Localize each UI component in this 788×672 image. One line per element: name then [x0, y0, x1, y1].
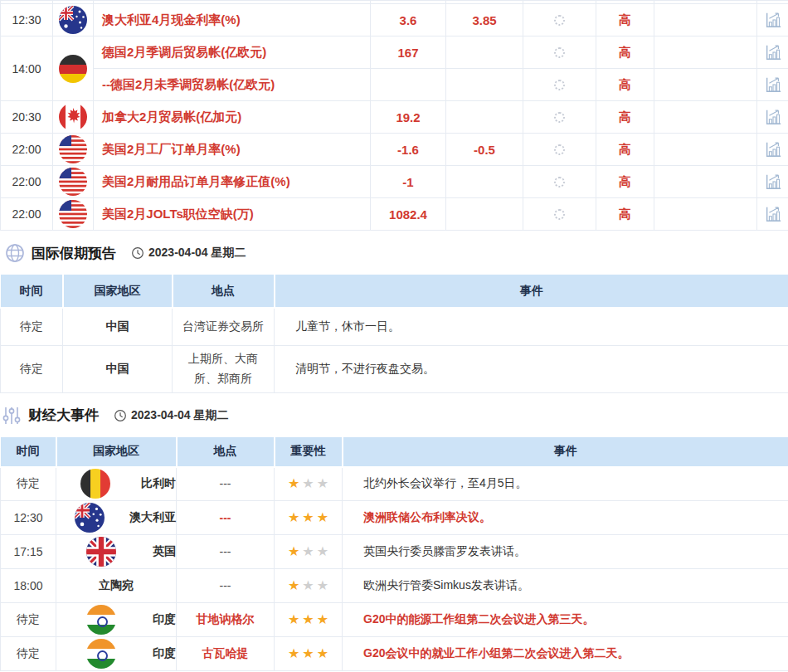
forecast-value: 3.85 — [446, 4, 523, 37]
star-icon: ★ — [302, 613, 314, 626]
event-description[interactable]: G20中的能源工作组第二次会议进入第三天。 — [343, 603, 788, 637]
country-name: 立陶宛 — [99, 578, 134, 593]
affect-cell — [654, 198, 757, 231]
event-place: --- — [177, 501, 275, 535]
col-header-event: 事件 — [275, 275, 788, 308]
event-description[interactable]: G20会议中的就业工作小组第二次会议进入第二天。 — [343, 637, 788, 671]
chart-icon[interactable] — [763, 43, 783, 61]
loading-spinner-icon — [554, 47, 565, 58]
events-table: 时间 国家地区 地点 重要性 事件 待定 比利时 --- ★★★ 北约外长会议举… — [0, 437, 788, 672]
table-row: 14:00 德国2月季调后贸易帐(亿欧元) 167 高 — [1, 37, 788, 69]
actual-value: -1.6 — [371, 134, 446, 166]
forecast-value — [446, 198, 523, 231]
table-row: 17:15 英国 --- ★★★ 英国央行委员滕雷罗发表讲话。 — [1, 535, 788, 569]
sliders-icon — [2, 406, 22, 426]
events-section-header: 财经大事件 2023-04-04 星期二 — [2, 405, 788, 426]
star-icon: ★ — [302, 545, 314, 558]
chart-icon[interactable] — [763, 173, 783, 191]
loading-spinner-icon — [554, 15, 565, 26]
table-row: --德国2月未季调贸易帐(亿欧元) 高 — [1, 69, 788, 101]
importance-stars: ★★★ — [288, 579, 328, 592]
star-icon: ★ — [288, 545, 299, 558]
actual-value: 167 — [371, 37, 446, 69]
section-date: 2023-04-04 星期二 — [131, 246, 246, 261]
event-name-link[interactable]: 德国2月季调后贸易帐(亿欧元) — [94, 37, 371, 69]
event-place: 甘地讷格尔 — [177, 603, 275, 637]
event-name-link[interactable]: 澳大利亚4月现金利率(%) — [94, 4, 371, 37]
chart-icon[interactable] — [763, 140, 783, 158]
forecast-value — [446, 37, 523, 69]
table-row: 待定 比利时 --- ★★★ 北约外长会议举行，至4月5日。 — [1, 467, 788, 501]
event-name-link[interactable]: --德国2月未季调贸易帐(亿欧元) — [94, 69, 371, 101]
loading-spinner-icon — [554, 209, 565, 220]
importance-stars: ★★★ — [288, 477, 328, 490]
holiday-event: 儿童节，休市一日。 — [275, 308, 788, 345]
holiday-table: 时间 国家地区 地点 事件 待定 中国 台湾证券交易所 儿童节，休市一日。 待定… — [0, 275, 788, 393]
section-date: 2023-04-04 星期二 — [114, 408, 229, 423]
forecast-value — [446, 69, 523, 101]
importance-label: 高 — [596, 69, 654, 101]
table-row: 22:00 美国2月JOLTs职位空缺(万) 1082.4 高 — [1, 198, 788, 231]
event-time: 22:00 — [1, 134, 53, 166]
holiday-time: 待定 — [1, 345, 63, 392]
flag-australia-icon — [75, 503, 105, 533]
star-icon: ★ — [302, 647, 314, 660]
star-icon: ★ — [288, 477, 299, 490]
table-row: 待定 中国 台湾证券交易所 儿童节，休市一日。 — [1, 308, 788, 345]
flag-usa-icon — [59, 168, 87, 196]
importance-label: 高 — [596, 4, 654, 37]
star-icon: ★ — [302, 511, 314, 524]
actual-value: 19.2 — [371, 101, 446, 134]
event-description[interactable]: 北约外长会议举行，至4月5日。 — [343, 467, 788, 501]
event-description[interactable]: 英国央行委员滕雷罗发表讲话。 — [343, 535, 788, 569]
clock-icon — [114, 409, 127, 422]
star-icon: ★ — [302, 579, 314, 592]
star-icon: ★ — [288, 579, 299, 592]
col-header-country: 国家地区 — [56, 437, 177, 467]
col-header-place: 地点 — [177, 437, 275, 467]
country-name: 澳大利亚 — [129, 510, 176, 525]
star-icon: ★ — [288, 511, 299, 524]
loading-spinner-icon — [554, 112, 565, 123]
event-time: 待定 — [1, 603, 56, 637]
flag-india-icon — [86, 605, 116, 635]
chart-icon[interactable] — [763, 75, 783, 94]
holiday-country: 中国 — [63, 308, 173, 345]
section-title: 财经大事件 — [28, 406, 99, 425]
event-description[interactable]: 澳洲联储公布利率决议。 — [343, 501, 788, 535]
chart-icon[interactable] — [763, 108, 783, 126]
section-title: 国际假期预告 — [32, 244, 116, 263]
globe-icon — [5, 243, 25, 263]
table-row: 22:00 美国2月耐用品订单月率修正值(%) -1 高 — [1, 166, 788, 198]
table-row: 待定 印度 古瓦哈提 ★★★ G20会议中的就业工作小组第二次会议进入第二天。 — [1, 637, 788, 671]
country-name: 英国 — [153, 544, 176, 559]
event-place: --- — [177, 467, 275, 501]
event-name-link[interactable]: 美国2月工厂订单月率(%) — [94, 134, 371, 166]
table-row: 待定 中国 上期所、大商所、郑商所 清明节，不进行夜盘交易。 — [1, 345, 788, 392]
affect-cell — [654, 69, 757, 101]
flag-usa-icon — [59, 200, 87, 228]
table-header-row: 时间 国家地区 地点 重要性 事件 — [1, 437, 788, 467]
holiday-country: 中国 — [63, 345, 173, 392]
table-row: 20:30 加拿大2月贸易帐(亿加元) 19.2 高 — [1, 101, 788, 134]
importance-stars: ★★★ — [288, 545, 328, 558]
economic-data-table: 12:30 澳大利亚4月现金利率(%) 3.6 3.85 高 14:00 德国2… — [0, 0, 788, 231]
event-time: 18:00 — [1, 569, 56, 603]
event-description[interactable]: 欧洲央行管委Simkus发表讲话。 — [343, 569, 788, 603]
chart-icon[interactable] — [763, 11, 783, 29]
col-header-event: 事件 — [343, 437, 788, 467]
flag-australia-icon — [59, 6, 87, 34]
event-name-link[interactable]: 美国2月耐用品订单月率修正值(%) — [94, 166, 371, 198]
table-row: 待定 印度 甘地讷格尔 ★★★ G20中的能源工作组第二次会议进入第三天。 — [1, 603, 788, 637]
affect-cell — [654, 4, 757, 37]
country-name: 印度 — [153, 612, 176, 627]
event-time: 17:15 — [1, 535, 56, 569]
loading-spinner-icon — [554, 144, 565, 155]
event-time: 待定 — [1, 467, 56, 501]
event-time: 14:00 — [1, 37, 53, 101]
affect-cell — [654, 134, 757, 166]
event-name-link[interactable]: 美国2月JOLTs职位空缺(万) — [94, 198, 371, 231]
star-icon: ★ — [317, 477, 328, 490]
chart-icon[interactable] — [763, 205, 783, 223]
event-name-link[interactable]: 加拿大2月贸易帐(亿加元) — [94, 101, 371, 134]
